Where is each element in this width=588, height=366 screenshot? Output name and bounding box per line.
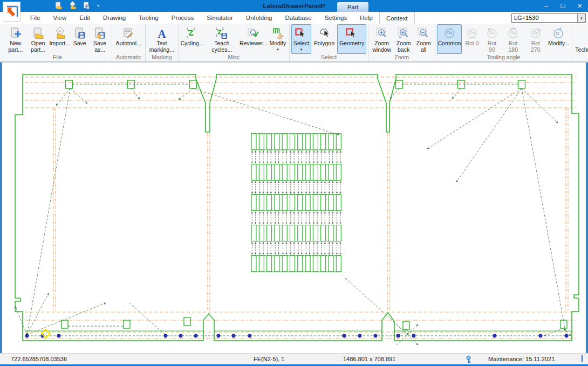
group-label: Misc <box>180 54 288 61</box>
ribbon-group-automatic: Autotool...Automatic <box>112 24 146 61</box>
app-logo-icon <box>5 5 19 19</box>
title-bar: dxf ▾ LateralDrawerPanelP Part – ☐ ✕ <box>0 0 588 12</box>
button-label: Open part... <box>29 40 47 53</box>
cycling-icon: 123 <box>185 26 199 40</box>
button-label: Geometry <box>339 40 364 47</box>
status-selection: FE(N2-5), 1 <box>254 356 284 362</box>
tab-file[interactable]: File <box>24 12 47 24</box>
quick-import-icon[interactable]: dxf <box>68 1 77 10</box>
save-icon <box>73 26 87 40</box>
machine-selector-value: LG+1530 <box>512 14 577 22</box>
machine-selector-dropdown-icon[interactable]: ▾ <box>577 14 585 22</box>
menu-tab-row: FileViewEditDrawingToolingProcessSimulat… <box>0 12 588 24</box>
tab-database[interactable]: Database <box>278 12 318 24</box>
button-label: Import... <box>49 40 70 47</box>
button-label: Modify <box>269 40 286 47</box>
modify-tooling-icon <box>551 26 565 40</box>
button-label: Common <box>438 40 461 47</box>
button-label: Save as... <box>92 40 108 53</box>
button-label: Cycling... <box>180 40 203 47</box>
rot-90-button[interactable]: Rot 90 <box>482 24 502 54</box>
rot-270-button[interactable]: Rot 270 <box>525 24 547 54</box>
tab-unfolding[interactable]: Unfolding <box>240 12 279 24</box>
button-label: Rot 270 <box>527 40 545 53</box>
import-button[interactable]: dxfImport... <box>50 24 70 54</box>
ribbon-group-laser: Technologies...Destruct...Cut scrap...La… <box>572 24 588 61</box>
open-part-icon <box>31 26 45 40</box>
tab-settings[interactable]: Settings <box>318 12 354 24</box>
button-label: Zoom window <box>372 40 391 53</box>
teach-cycles-icon: 123 <box>215 26 229 40</box>
tab-process[interactable]: Process <box>165 12 201 24</box>
maximize-button[interactable]: ☐ <box>555 0 571 12</box>
technologies-button[interactable]: Technologies... <box>574 31 588 54</box>
rot-0-button[interactable]: Rot 0 <box>462 24 482 54</box>
select-button[interactable]: Select▾ <box>291 24 311 54</box>
zoom-back-icon <box>396 26 411 40</box>
tab-help[interactable]: Help <box>353 12 379 24</box>
dropdown-caret-icon: ▾ <box>277 47 279 52</box>
save-button[interactable]: Save <box>70 24 90 54</box>
cycling-button[interactable]: 123Cycling... <box>180 24 204 54</box>
canvas-right-frame <box>586 63 588 353</box>
button-label: Rot 180 <box>504 40 522 53</box>
rot-0-icon <box>465 26 479 40</box>
modify-button[interactable]: Modify... <box>547 24 570 54</box>
button-label: Autotool... <box>116 40 141 47</box>
tab-drawing[interactable]: Drawing <box>97 12 132 24</box>
text-marking-icon: A <box>155 26 169 40</box>
canvas-left-frame <box>0 63 2 353</box>
svg-text:1: 1 <box>216 26 217 30</box>
drawing-canvas[interactable] <box>0 62 588 353</box>
status-bar: 722.65285 708.03536 FE(N2-5), 1 1486.801… <box>0 353 588 366</box>
svg-text:A: A <box>158 27 166 40</box>
tab-simulator[interactable]: Simulator <box>200 12 240 24</box>
group-label: Select <box>291 54 366 61</box>
zoom-window-button[interactable]: Zoom window <box>370 24 393 54</box>
button-label: Rot 90 <box>484 40 500 53</box>
group-label: Marking <box>147 54 176 61</box>
common-button[interactable]: Common <box>437 24 462 54</box>
button-label: Reviewer... <box>240 40 268 47</box>
svg-text:dxf: dxf <box>72 3 74 5</box>
tab-tooling[interactable]: Tooling <box>132 12 165 24</box>
app-logo[interactable] <box>3 2 20 22</box>
group-label: Tooling angle <box>437 54 570 61</box>
quick-access-caret-icon[interactable]: ▾ <box>97 3 99 8</box>
zoom-window-icon <box>375 26 389 40</box>
status-cursor-y: 708.03536 <box>39 356 67 362</box>
autotool-button[interactable]: Autotool... <box>114 24 143 54</box>
status-maintenance: Maintenance: 15.11.2021 <box>488 356 555 362</box>
rot-90-icon <box>485 26 499 40</box>
zoom-all-button[interactable]: Zoom all <box>414 24 433 54</box>
select-icon <box>294 26 308 40</box>
ribbon-group-select: Select▾PolygonGeometrySelect <box>290 24 368 61</box>
import-icon: dxf <box>53 26 67 40</box>
close-button[interactable]: ✕ <box>571 0 588 12</box>
tab-view[interactable]: View <box>47 12 73 24</box>
open-part-button[interactable]: Open part... <box>26 24 49 54</box>
svg-text:2: 2 <box>222 26 224 30</box>
svg-text:2: 2 <box>194 27 195 30</box>
polygon-button[interactable]: Polygon <box>312 24 337 54</box>
tab-context[interactable]: Context <box>379 12 415 24</box>
machine-selector[interactable]: LG+1530 ▾ <box>511 13 586 23</box>
button-label: Teach cycles... <box>207 40 237 53</box>
modify-button[interactable]: Modify▾ <box>268 24 288 54</box>
zoom-back-button[interactable]: Zoom back <box>394 24 413 54</box>
reviewer-button[interactable]: Reviewer... <box>240 24 268 54</box>
group-label: Zoom <box>370 54 433 61</box>
window-controls: – ☐ ✕ <box>538 0 588 12</box>
save-as-button[interactable]: Save as... <box>90 24 110 54</box>
dongle-icon <box>465 355 472 365</box>
button-label: Technologies... <box>575 47 588 53</box>
teach-cycles-button[interactable]: 123Teach cycles... <box>204 24 239 54</box>
new-part-button[interactable]: New part... <box>5 24 26 54</box>
tab-edit[interactable]: Edit <box>73 12 97 24</box>
minimize-button[interactable]: – <box>538 0 555 12</box>
text-marking-button[interactable]: AText marking... <box>147 24 176 54</box>
quick-save-icon[interactable] <box>82 1 91 10</box>
quick-open-part-icon[interactable] <box>54 1 63 10</box>
rot-180-button[interactable]: Rot 180 <box>502 24 524 54</box>
geometry-button[interactable]: Geometry <box>337 24 366 54</box>
